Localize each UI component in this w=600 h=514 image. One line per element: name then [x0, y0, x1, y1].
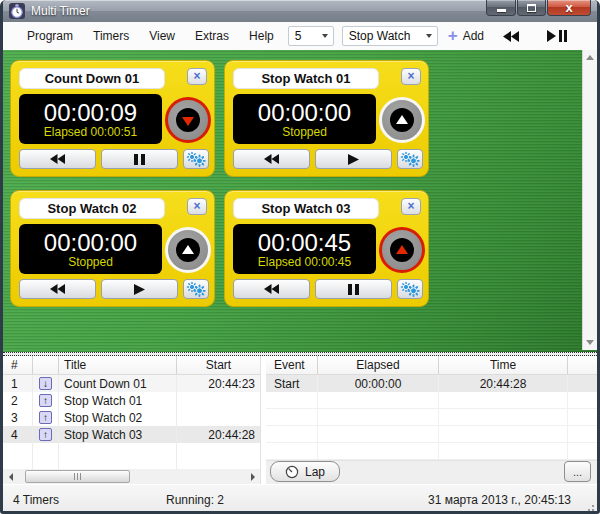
countdown-direction-button[interactable] — [165, 97, 211, 143]
menu-extras[interactable]: Extras — [185, 24, 239, 48]
chevron-down-icon — [322, 34, 328, 38]
row-start: 20:44:23 — [177, 375, 260, 392]
timer-settings-button[interactable] — [397, 149, 423, 169]
reset-button[interactable] — [19, 279, 96, 299]
table-row[interactable]: 2 ↑ Stop Watch 01 — [3, 392, 260, 409]
row-title: Count Down 01 — [59, 375, 177, 392]
row-title: Stop Watch 01 — [59, 392, 177, 409]
stopwatch-icon[interactable]: ↑ — [39, 394, 52, 407]
timers-table: # Title Start 1 ↓ Count Down 01 20:44:23… — [3, 356, 261, 484]
reset-button[interactable] — [233, 149, 310, 169]
close-icon: × — [193, 69, 200, 83]
timer-title[interactable]: Stop Watch 01 — [233, 68, 379, 89]
timer-title[interactable]: Stop Watch 03 — [233, 198, 379, 219]
stopwatch-direction-button[interactable] — [165, 227, 211, 273]
stopwatch-direction-button[interactable] — [379, 227, 425, 273]
more-button[interactable]: ... — [564, 461, 591, 482]
scroll-right-icon[interactable] — [245, 469, 260, 484]
close-timer-button[interactable]: × — [187, 198, 207, 215]
pause-icon — [348, 284, 359, 295]
rewind-icon — [50, 154, 65, 164]
timer-settings-button[interactable] — [183, 279, 209, 299]
statusbar: 4 Timers Running: 2 31 марта 2013 г., 20… — [3, 484, 597, 511]
lap-button[interactable]: Lap — [270, 461, 340, 482]
reset-button[interactable] — [233, 279, 310, 299]
arrow-down-icon — [182, 117, 194, 126]
menu-view[interactable]: View — [139, 24, 185, 48]
reset-all-button[interactable] — [503, 31, 519, 42]
pause-button[interactable] — [101, 149, 178, 169]
maximize-icon — [527, 4, 536, 12]
maximize-button[interactable] — [517, 0, 546, 16]
events-toolbar: Lap ... — [266, 460, 597, 484]
plus-icon: + — [448, 28, 458, 44]
pause-button[interactable] — [315, 279, 392, 299]
skip-back-icon — [503, 31, 519, 42]
timer-panel-scrollbar[interactable] — [582, 50, 597, 350]
window-title: Multi Timer — [31, 4, 90, 18]
minimize-button[interactable] — [486, 0, 516, 16]
start-button[interactable] — [315, 149, 392, 169]
close-window-button[interactable]: x — [547, 0, 591, 16]
close-timer-button[interactable]: × — [401, 198, 421, 215]
reset-button[interactable] — [19, 149, 96, 169]
timer-display: 00:00:00 Stopped — [19, 224, 162, 274]
timer-title[interactable]: Stop Watch 02 — [19, 198, 165, 219]
menu-program[interactable]: Program — [17, 24, 83, 48]
timer-type-value: Stop Watch — [349, 29, 426, 43]
timer-title[interactable]: Count Down 01 — [19, 68, 165, 89]
start-pause-all-button[interactable] — [547, 30, 567, 42]
col-header-num[interactable]: # — [3, 356, 33, 374]
event-row[interactable]: Start 00:00:00 20:44:28 — [266, 375, 597, 392]
menu-timers[interactable]: Timers — [83, 24, 139, 48]
scroll-left-icon[interactable] — [3, 469, 18, 484]
add-label: Add — [463, 29, 484, 43]
timer-count-select[interactable]: 5 — [288, 26, 334, 46]
close-icon: × — [407, 69, 414, 83]
close-timer-button[interactable]: × — [187, 68, 207, 85]
col-header-time[interactable]: Time — [439, 356, 568, 374]
scroll-down-icon[interactable] — [586, 335, 594, 350]
timers-table-hscrollbar[interactable] — [3, 469, 260, 484]
timer-settings-button[interactable] — [397, 279, 423, 299]
timers-table-header: # Title Start — [3, 356, 260, 375]
hscroll-thumb[interactable] — [25, 470, 130, 483]
stopwatch-direction-button[interactable] — [379, 97, 425, 143]
col-header-elapsed[interactable]: Elapsed — [318, 356, 439, 374]
gear-icon — [400, 151, 420, 167]
countdown-icon[interactable]: ↓ — [39, 377, 52, 390]
timer-status: Stopped — [282, 125, 327, 139]
timer-type-select[interactable]: Stop Watch — [342, 26, 438, 46]
app-icon — [9, 3, 25, 19]
scroll-up-icon[interactable] — [586, 50, 594, 65]
play-pause-icon — [547, 30, 567, 42]
timer-display: 00:00:45 Elapsed 00:00:45 — [233, 224, 376, 274]
timer-settings-button[interactable] — [183, 149, 209, 169]
timer-time: 00:00:00 — [258, 100, 351, 125]
close-timer-button[interactable]: × — [401, 68, 421, 85]
col-header-icon[interactable] — [33, 356, 59, 374]
gear-icon — [186, 151, 206, 167]
table-row[interactable]: 3 ↑ Stop Watch 02 — [3, 409, 260, 426]
start-button[interactable] — [101, 279, 178, 299]
timer-display: 00:00:09 Elapsed 00:00:51 — [19, 94, 162, 144]
menu-help[interactable]: Help — [239, 24, 284, 48]
row-start — [177, 409, 260, 426]
col-header-event[interactable]: Event — [266, 356, 318, 374]
timer-time: 00:00:45 — [258, 230, 351, 255]
stopwatch-icon[interactable]: ↑ — [39, 411, 52, 424]
table-row[interactable]: 1 ↓ Count Down 01 20:44:23 — [3, 375, 260, 392]
table-zone: # Title Start 1 ↓ Count Down 01 20:44:23… — [3, 356, 597, 484]
table-empty-area — [3, 443, 260, 469]
col-header-start[interactable]: Start — [177, 356, 260, 374]
event-row-empty — [266, 426, 597, 443]
col-header-title[interactable]: Title — [59, 356, 177, 374]
row-title: Stop Watch 02 — [59, 409, 177, 426]
add-timer-button[interactable]: + Add — [448, 28, 484, 44]
resize-grip[interactable] — [584, 501, 594, 511]
stopwatch-icon[interactable]: ↑ — [39, 428, 52, 441]
timer-status: Elapsed 00:00:51 — [44, 125, 137, 139]
timer-time: 00:00:00 — [44, 230, 137, 255]
table-row-selected[interactable]: 4 ↑ Stop Watch 03 20:44:28 — [3, 426, 260, 443]
event-row-empty — [266, 409, 597, 426]
